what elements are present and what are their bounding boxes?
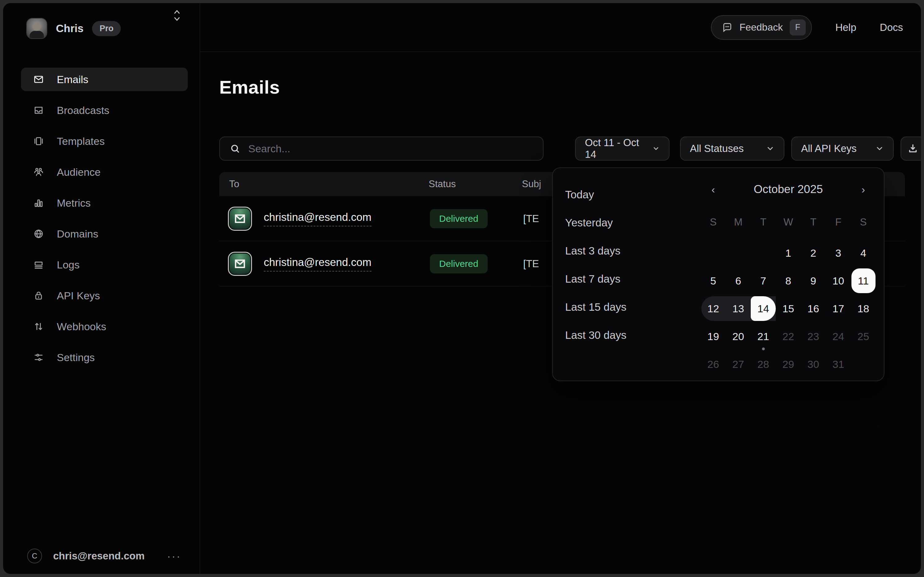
- calendar-day-30[interactable]: 30: [801, 350, 826, 378]
- status-badge: Delivered: [430, 209, 488, 228]
- calendar-day-26[interactable]: 26: [701, 350, 726, 378]
- sidebar-item-logs[interactable]: Logs: [21, 253, 188, 276]
- calendar-day-16[interactable]: 16: [801, 295, 826, 322]
- search-placeholder: Search...: [248, 143, 290, 155]
- calendar-day-17[interactable]: 17: [826, 295, 851, 322]
- calendar-day-11[interactable]: 11: [851, 267, 876, 295]
- calendar-day-4[interactable]: 4: [851, 239, 876, 267]
- calendar-day-8[interactable]: 8: [776, 267, 801, 295]
- weekday-label: T: [801, 211, 826, 233]
- account-footer[interactable]: C chris@resend.com ···: [3, 544, 200, 574]
- calendar-day-31[interactable]: 31: [826, 350, 851, 378]
- calendar-day-20[interactable]: 20: [726, 322, 751, 350]
- date-preset-last-30-days[interactable]: Last 30 days: [565, 321, 683, 349]
- calendar-grid: SMTWTFS123456789101112131415161718192021…: [701, 211, 876, 378]
- main-area: Feedback F Help Docs Emails Search... Oc…: [200, 3, 921, 574]
- calendar-day-19[interactable]: 19: [701, 322, 726, 350]
- sidebar-item-label: Logs: [57, 259, 80, 271]
- sidebar-item-emails[interactable]: Emails: [21, 68, 188, 91]
- account-email: chris@resend.com: [53, 550, 167, 562]
- sidebar-item-audience[interactable]: Audience: [21, 160, 188, 184]
- date-preset-last-15-days[interactable]: Last 15 days: [565, 293, 683, 321]
- calendar-day-18[interactable]: 18: [851, 295, 876, 322]
- calendar-empty-cell: [851, 350, 876, 378]
- date-range-filter[interactable]: Oct 11 - Oct 14: [575, 137, 670, 161]
- status-filter[interactable]: All Statuses: [680, 137, 784, 161]
- account-menu-icon[interactable]: ···: [167, 550, 181, 562]
- calendar-empty-cell: [726, 239, 751, 267]
- sidebar-item-broadcasts[interactable]: Broadcasts: [21, 98, 188, 122]
- sidebar-item-api-keys[interactable]: API Keys: [21, 284, 188, 307]
- feedback-shortcut-badge: F: [790, 19, 806, 35]
- topbar: Feedback F Help Docs: [200, 3, 921, 52]
- recipient-email[interactable]: christina@resend.com: [264, 256, 372, 271]
- prev-month-icon[interactable]: ‹: [701, 184, 726, 195]
- help-link[interactable]: Help: [835, 22, 856, 33]
- recipient-email[interactable]: christina@resend.com: [264, 211, 372, 226]
- export-button[interactable]: [900, 137, 921, 161]
- layout-icon: [33, 136, 44, 147]
- sidebar-item-label: Emails: [57, 74, 89, 85]
- chevron-down-icon: [875, 144, 884, 153]
- calendar-day-28[interactable]: 28: [751, 350, 776, 378]
- calendar-day-10[interactable]: 10: [826, 267, 851, 295]
- sidebar-item-metrics[interactable]: Metrics: [21, 191, 188, 215]
- calendar-day-22[interactable]: 22: [776, 322, 801, 350]
- sidebar-item-label: Metrics: [57, 197, 91, 209]
- sidebar-nav: Emails Broadcasts Templates Audience Met…: [21, 68, 188, 377]
- calendar-day-27[interactable]: 27: [726, 350, 751, 378]
- date-preset-last-3-days[interactable]: Last 3 days: [565, 237, 683, 265]
- chevron-down-icon: [766, 144, 774, 153]
- docs-link[interactable]: Docs: [880, 22, 903, 33]
- sidebar-item-label: Webhooks: [57, 321, 106, 333]
- weekday-label: M: [726, 211, 751, 233]
- column-header-to: To: [219, 179, 429, 190]
- calendar-day-21[interactable]: 21: [751, 322, 776, 350]
- calendar-day-3[interactable]: 3: [826, 239, 851, 267]
- calendar-day-25[interactable]: 25: [851, 322, 876, 350]
- next-month-icon[interactable]: ›: [851, 184, 876, 195]
- status-filter-value: All Statuses: [690, 143, 744, 155]
- sidebar-item-templates[interactable]: Templates: [21, 129, 188, 153]
- calendar-day-24[interactable]: 24: [826, 322, 851, 350]
- calendar-day-23[interactable]: 23: [801, 322, 826, 350]
- calendar-day-7[interactable]: 7: [751, 267, 776, 295]
- calendar-header: ‹ October 2025 ›: [701, 183, 876, 196]
- email-type-icon: [228, 207, 252, 231]
- sidebar-item-webhooks[interactable]: Webhooks: [21, 315, 188, 338]
- calendar-day-12[interactable]: 12: [701, 295, 726, 322]
- calendar-empty-cell: [751, 239, 776, 267]
- api-key-filter[interactable]: All API Keys: [791, 137, 894, 161]
- calendar-day-29[interactable]: 29: [776, 350, 801, 378]
- date-preset-today[interactable]: Today: [565, 181, 683, 208]
- search-input[interactable]: Search...: [219, 137, 544, 161]
- user-avatar: [26, 18, 47, 39]
- calendar-day-15[interactable]: 15: [776, 295, 801, 322]
- date-presets: TodayYesterdayLast 3 daysLast 7 daysLast…: [565, 181, 683, 349]
- calendar-day-14[interactable]: 14: [751, 295, 776, 322]
- sidebar-item-domains[interactable]: Domains: [21, 222, 188, 245]
- rows-icon: [33, 259, 44, 270]
- calendar-day-6[interactable]: 6: [726, 267, 751, 295]
- sidebar: Chris Pro Emails Broadcasts Templates: [3, 3, 200, 574]
- date-preset-last-7-days[interactable]: Last 7 days: [565, 265, 683, 293]
- feedback-label: Feedback: [739, 22, 783, 33]
- date-preset-yesterday[interactable]: Yesterday: [565, 208, 683, 237]
- arrows-up-down-icon: [33, 321, 44, 332]
- calendar-day-13[interactable]: 13: [726, 295, 751, 322]
- date-range-value: Oct 11 - Oct 14: [585, 137, 644, 160]
- sidebar-item-settings[interactable]: Settings: [21, 346, 188, 369]
- calendar-day-2[interactable]: 2: [801, 239, 826, 267]
- calendar-day-5[interactable]: 5: [701, 267, 726, 295]
- calendar-day-9[interactable]: 9: [801, 267, 826, 295]
- calendar-day-1[interactable]: 1: [776, 239, 801, 267]
- chat-bubble-icon: [722, 22, 732, 33]
- weekday-label: F: [826, 211, 851, 233]
- feedback-button[interactable]: Feedback F: [711, 15, 812, 40]
- workspace-switcher[interactable]: Chris Pro: [26, 18, 121, 39]
- email-type-icon: [228, 252, 252, 276]
- calendar-month-label: October 2025: [753, 183, 823, 196]
- download-icon: [907, 143, 918, 154]
- chevron-up-down-icon[interactable]: [172, 8, 182, 24]
- api-key-filter-value: All API Keys: [801, 143, 857, 155]
